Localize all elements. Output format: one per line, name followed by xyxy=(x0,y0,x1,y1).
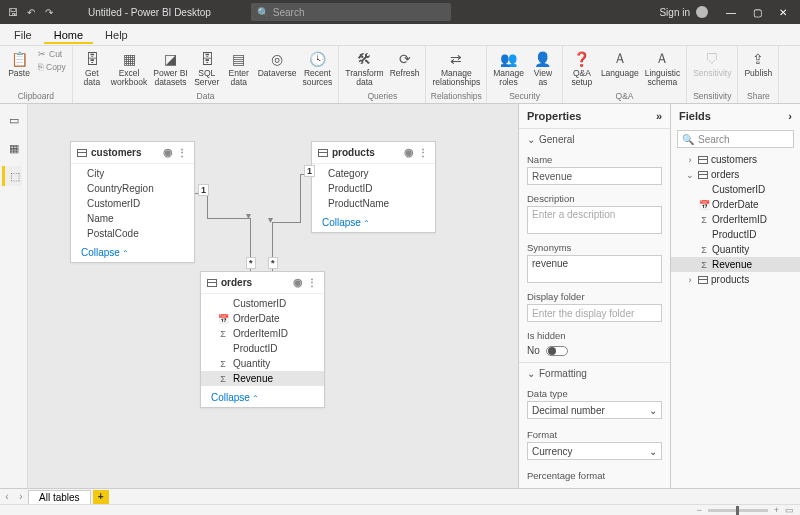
tree-field[interactable]: ΣQuantity xyxy=(671,242,800,257)
table-card-customers[interactable]: customers ◉ ⋮ CityCountryRegionCustomerI… xyxy=(70,141,195,263)
language-button[interactable]: ＡLanguage xyxy=(599,48,641,79)
menu-home[interactable]: Home xyxy=(44,26,93,44)
collapse-pane-icon[interactable]: » xyxy=(656,110,662,122)
get-data-button[interactable]: 🗄Get data xyxy=(77,48,107,89)
collapse-link[interactable]: Collapse xyxy=(201,388,324,407)
table-field[interactable]: CountryRegion xyxy=(71,181,194,196)
tree-field[interactable]: ProductID xyxy=(671,227,800,242)
manage-relationships-button[interactable]: ⇄Manage relationships xyxy=(430,48,482,89)
qa-setup-button[interactable]: ❓Q&A setup xyxy=(567,48,597,89)
table-field[interactable]: City xyxy=(71,166,194,181)
table-field[interactable]: ProductID xyxy=(201,341,324,356)
close-button[interactable]: ✕ xyxy=(770,2,796,22)
publish-button[interactable]: ⇪Publish xyxy=(742,48,774,79)
refresh-button[interactable]: ⟳Refresh xyxy=(388,48,422,79)
table-title: customers xyxy=(91,147,142,158)
field-type-icon: 📅 xyxy=(217,314,229,324)
tab-add-button[interactable]: + xyxy=(93,490,109,504)
table-field[interactable]: ProductName xyxy=(312,196,435,211)
is-hidden-toggle[interactable] xyxy=(546,346,568,356)
tree-field[interactable]: CustomerID xyxy=(671,182,800,197)
maximize-button[interactable]: ▢ xyxy=(744,2,770,22)
table-field[interactable]: CustomerID xyxy=(71,196,194,211)
section-general[interactable]: General xyxy=(519,129,670,150)
title-search-input[interactable]: 🔍 Search xyxy=(251,3,451,21)
format-select[interactable]: Currency⌄ xyxy=(527,442,662,460)
description-input[interactable]: Enter a description xyxy=(527,206,662,234)
undo-icon[interactable]: ↶ xyxy=(22,3,40,21)
diagram-tabs-bar: ‹ › All tables + xyxy=(0,488,800,504)
tree-table-customers[interactable]: customers xyxy=(671,152,800,167)
more-icon[interactable]: ⋮ xyxy=(307,277,318,288)
model-view-icon[interactable]: ⬚ xyxy=(2,166,22,186)
is-hidden-label: Is hidden xyxy=(519,326,670,343)
relationship-line[interactable] xyxy=(272,222,301,223)
table-field[interactable]: ΣRevenue xyxy=(201,371,324,386)
menu-help[interactable]: Help xyxy=(95,26,138,44)
table-field[interactable]: ΣQuantity xyxy=(201,356,324,371)
visibility-icon[interactable]: ◉ xyxy=(404,146,414,159)
dataverse-button[interactable]: ◎Dataverse xyxy=(256,48,299,79)
fields-search-input[interactable]: 🔍 Search xyxy=(677,130,794,148)
signin-link[interactable]: Sign in xyxy=(659,7,690,18)
table-field[interactable]: Category xyxy=(312,166,435,181)
avatar[interactable] xyxy=(696,6,708,18)
tree-table-orders[interactable]: orders xyxy=(671,167,800,182)
relationship-line[interactable] xyxy=(207,193,208,218)
pbi-datasets-button[interactable]: ◪Power BI datasets xyxy=(151,48,190,89)
more-icon[interactable]: ⋮ xyxy=(418,147,429,158)
table-card-products[interactable]: products ◉ ⋮ CategoryProductIDProductNam… xyxy=(311,141,436,233)
table-field[interactable]: ProductID xyxy=(312,181,435,196)
collapse-link[interactable]: Collapse xyxy=(312,213,435,232)
enter-data-button[interactable]: ▤Enter data xyxy=(224,48,254,89)
excel-button[interactable]: ▦Excel workbook xyxy=(109,48,149,89)
visibility-icon[interactable]: ◉ xyxy=(293,276,303,289)
field-type-icon: Σ xyxy=(217,359,229,369)
pane-title: Properties xyxy=(527,110,581,122)
manage-roles-button[interactable]: 👥Manage roles xyxy=(491,48,526,89)
relationship-line[interactable] xyxy=(207,218,250,219)
tab-all-tables[interactable]: All tables xyxy=(28,490,91,504)
table-field[interactable]: ΣOrderItemID xyxy=(201,326,324,341)
report-view-icon[interactable]: ▭ xyxy=(4,110,24,130)
section-formatting[interactable]: Formatting xyxy=(519,363,670,384)
tab-prev-button[interactable]: ‹ xyxy=(0,491,14,502)
table-field[interactable]: PostalCode xyxy=(71,226,194,241)
redo-icon[interactable]: ↷ xyxy=(40,3,58,21)
collapse-link[interactable]: Collapse xyxy=(71,243,194,262)
menu-file[interactable]: File xyxy=(4,26,42,44)
model-canvas[interactable]: customers ◉ ⋮ CityCountryRegionCustomerI… xyxy=(28,104,518,488)
zoom-slider[interactable] xyxy=(708,509,768,512)
data-view-icon[interactable]: ▦ xyxy=(4,138,24,158)
synonyms-input[interactable]: revenue xyxy=(527,255,662,283)
tab-next-button[interactable]: › xyxy=(14,491,28,502)
tree-field[interactable]: 📅OrderDate xyxy=(671,197,800,212)
minimize-button[interactable]: — xyxy=(718,2,744,22)
relationship-line[interactable] xyxy=(300,174,301,222)
zoom-in-button[interactable]: + xyxy=(774,505,779,515)
name-input[interactable]: Revenue xyxy=(527,167,662,185)
view-as-button[interactable]: 👤View as xyxy=(528,48,558,89)
table-field[interactable]: 📅OrderDate xyxy=(201,311,324,326)
display-folder-input[interactable]: Enter the display folder xyxy=(527,304,662,322)
data-type-select[interactable]: Decimal number⌄ xyxy=(527,401,662,419)
tree-field[interactable]: ΣRevenue xyxy=(671,257,800,272)
linguistic-schema-button[interactable]: ＡLinguistic schema xyxy=(643,48,682,89)
sql-button[interactable]: 🗄SQL Server xyxy=(192,48,222,89)
enter-data-icon: ▤ xyxy=(229,49,249,69)
table-card-orders[interactable]: orders ◉ ⋮ CustomerID📅OrderDateΣOrderIte… xyxy=(200,271,325,408)
tree-table-products[interactable]: products xyxy=(671,272,800,287)
more-icon[interactable]: ⋮ xyxy=(177,147,188,158)
table-field[interactable]: Name xyxy=(71,211,194,226)
transform-data-button[interactable]: 🛠Transform data xyxy=(343,48,385,89)
tree-field[interactable]: ΣOrderItemID xyxy=(671,212,800,227)
fit-to-page-button[interactable]: ▭ xyxy=(785,505,794,515)
collapse-pane-icon[interactable]: › xyxy=(788,110,792,122)
zoom-out-button[interactable]: − xyxy=(696,505,701,515)
sql-icon: 🗄 xyxy=(197,49,217,69)
schema-icon: Ａ xyxy=(652,49,672,69)
save-icon[interactable]: 🖫 xyxy=(4,3,22,21)
recent-sources-button[interactable]: 🕓Recent sources xyxy=(300,48,334,89)
table-field[interactable]: CustomerID xyxy=(201,296,324,311)
visibility-icon[interactable]: ◉ xyxy=(163,146,173,159)
